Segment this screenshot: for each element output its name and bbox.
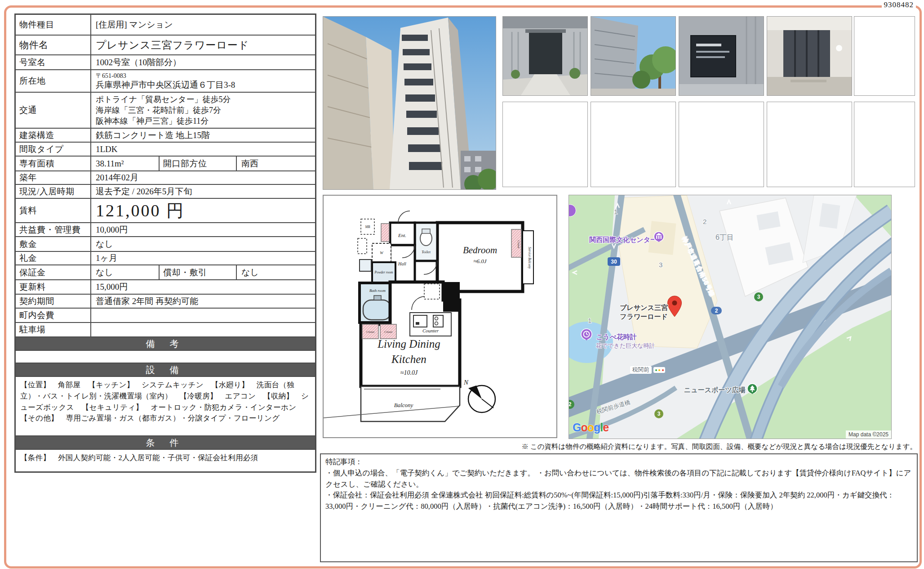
- row-label: 賃料: [16, 199, 91, 222]
- row-label: 築年: [16, 171, 91, 184]
- row-label: 町内会費: [16, 309, 91, 322]
- name-plaque-image: [679, 17, 764, 95]
- building-exterior-image: [323, 17, 496, 189]
- row-value: 〒651-0083 兵庫県神戸市中央区浜辺通６丁目3-8: [91, 70, 315, 92]
- property-flyer-page: 9308482 物件種目 [住居用] マンション 物件名 プレサンス三宮フラワー…: [0, 0, 924, 569]
- floorplan-ldk-label-line2: Kitchen: [391, 353, 426, 365]
- empty-photo-frame: [502, 102, 588, 187]
- row-label: 専有面積: [16, 157, 91, 170]
- property-location-pin: [666, 295, 683, 318]
- floorplan-bath-label: Bath room: [369, 288, 386, 293]
- remarks-value: [16, 351, 315, 363]
- access-line: 海岸線「三宮・花時計前」徒歩7分: [96, 105, 221, 116]
- table-row-rent: 賃料 121,000 円: [16, 199, 315, 223]
- row-value: [91, 309, 315, 322]
- conditions-text: 【条件】 外国人契約可能・2人入居可能・子供可・保証会社利用必須: [16, 450, 262, 471]
- row-label: 建築構造: [16, 129, 91, 142]
- floor-plan: N Bedroom ≈6.0J Toilet Ent. Hall Bath ro…: [323, 195, 557, 438]
- section-header-equipment: 設 備: [16, 363, 315, 377]
- block-number: 1: [588, 317, 591, 324]
- table-row-area: 専有面積 38.11m² 開口部方位 南西: [16, 157, 315, 171]
- row-label: 契約期間: [16, 295, 91, 308]
- row-value: [91, 323, 315, 336]
- access-line: 阪神本線「神戸三宮」徒歩11分: [96, 116, 209, 126]
- row-label: 物件名: [16, 36, 91, 54]
- route-shield-30: 30: [608, 257, 620, 266]
- floorplan-closet-label: Closet: [366, 330, 375, 334]
- row-label2: 償却・敷引: [160, 265, 237, 279]
- row-label: 間取タイプ: [16, 143, 91, 156]
- row-label: 礼金: [16, 252, 91, 264]
- district-label: 6丁目: [715, 233, 734, 242]
- empty-photo-frame: [767, 102, 852, 187]
- row-label: 所在地: [16, 70, 91, 92]
- special-notes-line1: ・個人申込の場合、「電子契約くん」でご契約いただきます。 ・お問い合わせについて…: [325, 468, 912, 490]
- route-shield-3: 3: [654, 409, 663, 418]
- empty-photo-frame: [679, 102, 764, 187]
- row-value: 1002号室（10階部分）: [91, 55, 315, 69]
- row-value: 普通借家 2年間 再契約可能: [91, 295, 315, 308]
- block-number: 2: [703, 218, 706, 225]
- row-label: 物件種目: [16, 15, 91, 35]
- floorplan-counter-label: Counter: [422, 328, 439, 333]
- row-value2: なし: [237, 265, 315, 279]
- row-value: なし: [91, 237, 315, 251]
- flower-clock-icon: [581, 328, 592, 344]
- row-label: 駐車場: [16, 323, 91, 336]
- section-header-conditions: 条 件: [16, 436, 315, 450]
- floorplan-bedroom-size: ≈6.0J: [473, 258, 487, 264]
- table-row-type: 物件種目 [住居用] マンション: [16, 15, 315, 36]
- floorplan-service-balcony-label: Service Balcony: [528, 247, 532, 269]
- access-line: ポトライナ「貿易センター」徒歩5分: [96, 94, 231, 105]
- row-value: 1LDK: [91, 143, 315, 156]
- block-number: 3: [659, 261, 662, 269]
- row-value: 2014年02月: [91, 171, 315, 184]
- table-row-access: 交通 ポトライナ「貿易センター」徒歩5分 海岸線「三宮・花時計前」徒歩7分 阪神…: [16, 93, 315, 129]
- poi-label-sports-plaza: ニュースポーツ広場: [684, 386, 746, 394]
- table-row-parking: 駐車場: [16, 323, 315, 337]
- row-label: 交通: [16, 93, 91, 128]
- route-shield-3: 3: [754, 292, 763, 301]
- map-attribution: Map data ©2025: [846, 430, 891, 439]
- table-row-room: 号室名 1002号室（10階部分）: [16, 55, 315, 70]
- table-row-fee: 共益費・管理費 10,000円: [16, 223, 315, 237]
- sub-photo-exterior-corner: [591, 16, 676, 96]
- equipment-content-row: 【位置】 角部屋 【キッチン】 システムキッチン 【水廻り】 洗面台（独立）・バ…: [16, 377, 315, 436]
- park-tree-icon: [747, 383, 758, 397]
- property-pin-label: プレサンス三宮 フラワーロード: [609, 303, 668, 321]
- row-label: 共益費・管理費: [16, 223, 91, 236]
- row-value: 15,000円: [91, 280, 315, 294]
- compass-north-label: N: [463, 379, 469, 386]
- sub-photo-entrance: [502, 16, 588, 96]
- remarks-content-row: [16, 351, 315, 363]
- row-label2: 開口部方位: [160, 157, 237, 170]
- equipment-text: 【位置】 角部屋 【キッチン】 システムキッチン 【水廻り】 洗面台（独立）・バ…: [16, 377, 315, 435]
- building-corner-image: [591, 17, 675, 95]
- table-row-structure: 建築構造 鉄筋コンクリート造 地上15階: [16, 129, 315, 143]
- table-row-address: 所在地 〒651-0083 兵庫県神戸市中央区浜辺通６丁目3-8: [16, 70, 315, 93]
- table-row-reikin: 礼金 1ヶ月: [16, 252, 315, 265]
- row-value: [住居用] マンション: [91, 15, 315, 35]
- floorplan-hall-label: Hall: [398, 261, 406, 266]
- table-row-built: 築年 2014年02月: [16, 171, 315, 185]
- table-row-name: 物件名 プレサンス三宮フラワーロード: [16, 36, 315, 55]
- row-value: 10,000円: [91, 223, 315, 236]
- floor-plan-drawing: N Bedroom ≈6.0J Toilet Ent. Hall Bath ro…: [324, 196, 556, 437]
- poi-label-flower-clock: こうべ花時計: [596, 333, 637, 341]
- section-header-remarks: 備 考: [16, 337, 315, 351]
- row-value: ポトライナ「貿易センター」徒歩5分 海岸線「三宮・花時計前」徒歩7分 阪神本線「…: [91, 93, 315, 128]
- document-number: 9308482: [882, 0, 916, 9]
- row-label: 敷金: [16, 237, 91, 251]
- table-row-renewal: 更新料 15,000円: [16, 280, 315, 295]
- floorplan-toilet-label: Toilet: [422, 250, 431, 254]
- floorplan-mb-label: MB: [365, 225, 370, 229]
- table-row-chonaikai: 町内会費: [16, 309, 315, 323]
- route-shield-2-blue: 2: [711, 307, 722, 314]
- row-label: 保証金: [16, 265, 91, 279]
- empty-photo-frame: [854, 102, 915, 187]
- row-label: 更新料: [16, 280, 91, 294]
- location-map: 関西国際文化センター 神戸市道葺合南56号線 1 2 6丁目 3 1 30 2 …: [569, 195, 892, 439]
- floorplan-ldk-label-line1: Living Dining: [377, 338, 440, 350]
- row-value: 鉄筋コンクリート造 地上15階: [91, 129, 315, 142]
- entrance-approach-image: [503, 17, 587, 95]
